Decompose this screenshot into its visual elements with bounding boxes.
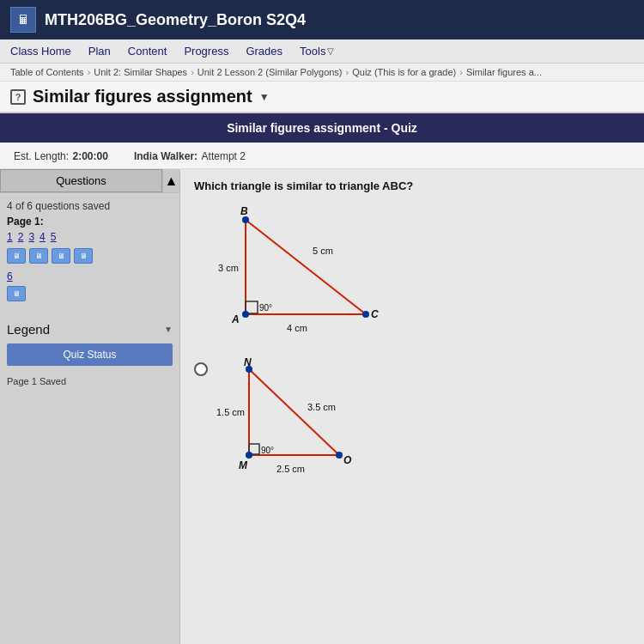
- triangles-container: B A C 3 cm 5 cm 4 cm 90°: [194, 203, 630, 489]
- est-length: Est. Length: 2:00:00: [14, 148, 108, 163]
- nav-grades[interactable]: Grades: [246, 43, 283, 59]
- question-icons-row1: 🖥 🖥 🖥 🖥: [7, 248, 173, 264]
- page-num-5[interactable]: 5: [51, 231, 57, 243]
- page-num-4[interactable]: 4: [39, 231, 46, 243]
- q-icon-2[interactable]: 🖥: [29, 248, 48, 264]
- q-icon-3[interactable]: 🖥: [52, 248, 70, 264]
- label-o: O: [343, 454, 352, 466]
- q-icon-1[interactable]: 🖥: [7, 248, 26, 264]
- triangle-abc-hypotenuse: [246, 220, 366, 314]
- breadcrumb-item-2[interactable]: Unit 2: Similar Shapes: [94, 67, 187, 77]
- question-text: Which triangle is similar to triangle AB…: [194, 179, 630, 192]
- quiz-status-button[interactable]: Quiz Status: [7, 343, 173, 366]
- dot-o: [336, 452, 343, 459]
- question-icons-row2: 🖥: [7, 286, 173, 301]
- label-n: N: [244, 356, 252, 368]
- triangle-mno-svg: N M O 1.5 cm 3.5 cm 2.5 cm 90°: [215, 361, 386, 489]
- triangle-mno-hypotenuse: [249, 369, 339, 455]
- breadcrumb-sep-1: ›: [88, 67, 91, 77]
- dot-c: [362, 311, 369, 318]
- page-num-3[interactable]: 3: [28, 231, 34, 243]
- est-length-label: Est. Length:: [14, 150, 69, 162]
- title-dropdown-icon[interactable]: ▼: [259, 91, 270, 103]
- side-label-mno-bottom: 2.5 cm: [276, 464, 305, 474]
- legend-label: Legend: [7, 322, 50, 337]
- breadcrumb-item-3[interactable]: Unit 2 Lesson 2 (Similar Polygons): [197, 67, 343, 77]
- breadcrumb-sep-4: ›: [459, 67, 463, 77]
- page-title-bar: ? Similar figures assignment ▼: [0, 82, 644, 113]
- side-label-left: 3 cm: [218, 263, 239, 273]
- calculator-icon: 🖩: [10, 7, 36, 33]
- label-m: M: [239, 459, 248, 471]
- page-title: Similar figures assignment: [33, 87, 252, 106]
- nav-plan[interactable]: Plan: [88, 43, 111, 59]
- page-label: Page 1:: [7, 216, 173, 228]
- breadcrumb-sep-2: ›: [191, 67, 194, 77]
- nav-tools[interactable]: Tools ▽: [300, 43, 334, 59]
- help-icon[interactable]: ?: [10, 89, 26, 105]
- breadcrumb-item-4[interactable]: Quiz (This is for a grade): [352, 67, 456, 77]
- tools-dropdown-icon: ▽: [327, 46, 334, 56]
- nav-bar: Class Home Plan Content Progress Grades …: [0, 39, 644, 64]
- nav-class-home[interactable]: Class Home: [10, 43, 71, 59]
- triangle-abc-svg: B A C 3 cm 5 cm 4 cm 90°: [194, 203, 434, 349]
- nav-progress[interactable]: Progress: [184, 43, 228, 59]
- side-label-mno-left: 1.5 cm: [216, 407, 245, 417]
- answer-option-1: N M O 1.5 cm 3.5 cm 2.5 cm 90°: [194, 361, 630, 489]
- label-a: A: [231, 313, 240, 325]
- side-label-mno-right: 3.5 cm: [307, 402, 336, 412]
- label-b: B: [240, 205, 248, 217]
- scroll-up-icon: ▲: [165, 173, 179, 189]
- q-icon-4[interactable]: 🖥: [74, 248, 93, 264]
- info-bar: Est. Length: 2:00:00 India Walker: Attem…: [0, 143, 644, 169]
- dot-m: [246, 452, 252, 459]
- label-c: C: [371, 308, 379, 320]
- page-num-6[interactable]: 6: [7, 270, 173, 283]
- app-title: MTH206BG_Geometry_Boron S2Q4: [45, 11, 306, 29]
- student-attempt: Attempt 2: [202, 150, 246, 162]
- nav-content[interactable]: Content: [128, 43, 167, 59]
- side-label-right: 5 cm: [313, 246, 333, 256]
- dot-a: [242, 311, 249, 318]
- page-num-1[interactable]: 1: [7, 231, 13, 243]
- sidebar: Questions ▲ 4 of 6 questions saved Page …: [0, 169, 180, 644]
- quiz-header: Similar figures assignment - Quiz: [0, 113, 644, 143]
- angle-label-abc: 90°: [259, 303, 272, 313]
- breadcrumb-item-1[interactable]: Table of Contents: [10, 67, 84, 77]
- sidebar-scroll-up[interactable]: ▲: [162, 169, 179, 192]
- breadcrumb-item-5[interactable]: Similar figures a...: [466, 67, 542, 77]
- dot-b: [242, 216, 249, 223]
- legend-arrow-icon[interactable]: ▼: [164, 325, 173, 334]
- quiz-header-text: Similar figures assignment - Quiz: [227, 121, 417, 135]
- breadcrumb-sep-3: ›: [346, 67, 349, 77]
- top-bar: 🖩 MTH206BG_Geometry_Boron S2Q4: [0, 0, 644, 39]
- page-nums: 1 2 3 4 5: [7, 231, 173, 243]
- main-content: Questions ▲ 4 of 6 questions saved Page …: [0, 169, 644, 644]
- saved-count: 4 of 6 questions saved: [7, 200, 173, 212]
- student-label: India Walker:: [134, 150, 197, 162]
- student-info: India Walker: Attempt 2: [134, 148, 246, 163]
- sidebar-body: 4 of 6 questions saved Page 1: 1 2 3 4 5…: [0, 193, 179, 373]
- legend-section: Legend ▼: [7, 319, 173, 340]
- page-saved: Page 1 Saved: [0, 373, 179, 390]
- questions-button[interactable]: Questions: [0, 169, 162, 192]
- est-length-value: 2:00:00: [73, 150, 108, 162]
- question-area: Which triangle is similar to triangle AB…: [180, 169, 644, 644]
- breadcrumb: Table of Contents › Unit 2: Similar Shap…: [0, 64, 644, 82]
- q-icon-6[interactable]: 🖥: [7, 286, 26, 301]
- angle-label-mno: 90°: [261, 446, 274, 455]
- side-label-bottom: 4 cm: [287, 323, 307, 333]
- page-num-2[interactable]: 2: [18, 231, 24, 243]
- radio-option-1[interactable]: [194, 362, 208, 376]
